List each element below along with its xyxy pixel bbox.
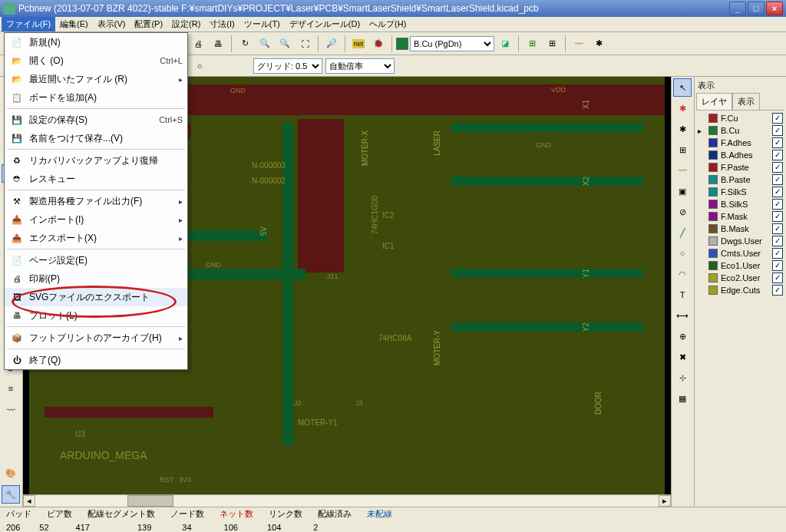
filemenu-item-2[interactable]: 📂最近開いたファイル (R)▸	[5, 70, 187, 88]
layer-visible-checkbox[interactable]	[772, 223, 783, 234]
arrow-icon[interactable]: ↖	[673, 78, 692, 97]
layer-visible-checkbox[interactable]	[772, 199, 783, 210]
layer-row-F.Mask[interactable]: F.Mask	[696, 210, 784, 223]
menu-tools[interactable]: ツール(T)	[239, 17, 285, 31]
layer-color-swatch[interactable]	[708, 236, 718, 246]
layer-color-swatch[interactable]	[708, 114, 718, 123]
layer-visible-checkbox[interactable]	[772, 285, 783, 296]
layer-visible-checkbox[interactable]	[772, 260, 783, 271]
find-icon[interactable]: 🔎	[322, 35, 341, 53]
minimize-button[interactable]: _	[729, 2, 746, 15]
add-module-icon[interactable]: ⊞	[673, 140, 692, 159]
layer-manager-icon[interactable]: 🔧	[2, 485, 20, 504]
scroll-track[interactable]	[35, 495, 659, 507]
mw-toolbar-icon[interactable]: 〰	[2, 401, 20, 419]
layer-row-F.Paste[interactable]: F.Paste	[696, 161, 784, 173]
layer-visible-checkbox[interactable]	[772, 150, 783, 160]
layer-color-swatch[interactable]	[708, 126, 718, 135]
layer-color-swatch[interactable]	[708, 249, 718, 258]
layer-row-B.Cu[interactable]: ▸B.Cu	[696, 124, 784, 137]
filemenu-item-16[interactable]: 🖨印刷(P)	[5, 269, 187, 288]
layer-color-box[interactable]	[396, 38, 408, 50]
add-zone-icon[interactable]: ▣	[673, 182, 692, 200]
layer-row-Dwgs.User[interactable]: Dwgs.User	[696, 235, 784, 247]
layer-color-swatch[interactable]	[708, 200, 718, 209]
layer-visible-checkbox[interactable]	[772, 174, 783, 185]
scroll-left-button[interactable]: ◂	[23, 495, 35, 507]
tab-layer[interactable]: レイヤ	[696, 93, 732, 110]
menu-dimension[interactable]: 寸法(I)	[205, 17, 239, 31]
filemenu-item-22[interactable]: ⏻終了(Q)	[5, 351, 187, 369]
freeroute-icon[interactable]: 〰	[570, 35, 588, 53]
menu-designrule[interactable]: デザインルール(D)	[285, 17, 365, 31]
menu-help[interactable]: ヘルプ(H)	[365, 17, 411, 31]
layer-row-Eco2.User[interactable]: Eco2.User	[696, 272, 784, 284]
layer-pair-icon[interactable]: ◪	[496, 35, 514, 53]
filemenu-item-3[interactable]: 📋ボードを追加(A)	[5, 88, 187, 107]
netlist-icon[interactable]: net	[349, 35, 368, 53]
menu-edit[interactable]: 編集(E)	[55, 17, 93, 31]
layer-color-swatch[interactable]	[708, 187, 718, 197]
layer-visible-checkbox[interactable]	[772, 137, 783, 148]
zoom-out-icon[interactable]: 🔍	[276, 35, 294, 53]
filemenu-item-18[interactable]: 🖶プロット(L)	[5, 306, 187, 325]
scroll-right-button[interactable]: ▸	[659, 495, 671, 507]
layer-select[interactable]: B.Cu (PgDn)	[410, 36, 494, 51]
delete-icon[interactable]: ✖	[673, 348, 692, 366]
offset-icon[interactable]: ⊹	[673, 368, 692, 387]
script-icon[interactable]: ✱	[590, 35, 608, 53]
menu-view[interactable]: 表示(V)	[93, 17, 130, 31]
layer-color-swatch[interactable]	[708, 261, 718, 270]
add-target-icon[interactable]: ⊕	[673, 327, 692, 345]
menu-place[interactable]: 配置(P)	[130, 17, 167, 31]
layer-visible-checkbox[interactable]	[772, 125, 783, 136]
layer-row-F.SilkS[interactable]: F.SilkS	[696, 186, 784, 198]
layer-color-swatch[interactable]	[708, 212, 718, 221]
filemenu-item-20[interactable]: 📦フットプリントのアーカイブ(H)▸	[5, 329, 187, 347]
layer-visible-checkbox[interactable]	[772, 162, 783, 173]
add-arc-icon[interactable]: ◠	[673, 265, 692, 283]
highlight-net-icon[interactable]: ✱	[673, 99, 692, 117]
filemenu-item-6[interactable]: 💾名前をつけて保存...(V)	[5, 129, 187, 147]
hscrollbar[interactable]: ◂ ▸	[23, 494, 671, 507]
layer-row-Edge.Cuts[interactable]: Edge.Cuts	[696, 284, 784, 296]
menu-settings[interactable]: 設定(R)	[167, 17, 205, 31]
zoom-redraw-icon[interactable]: ↻	[236, 35, 254, 53]
menu-file[interactable]: ファイル(F)	[2, 17, 55, 31]
show-layers-icon[interactable]: ≡	[2, 379, 20, 398]
add-line-icon[interactable]: ╱	[673, 223, 692, 242]
layer-row-F.Cu[interactable]: F.Cu	[696, 112, 784, 124]
filemenu-item-9[interactable]: ⛑レスキュー	[5, 170, 187, 188]
tab-render[interactable]: 表示	[732, 93, 760, 110]
layer-visible-checkbox[interactable]	[772, 273, 783, 283]
filemenu-item-15[interactable]: 📄ページ設定(E)	[5, 251, 187, 269]
filemenu-item-17[interactable]: 🖼SVGファイルのエクスポート	[5, 288, 187, 306]
layer-visible-checkbox[interactable]	[772, 187, 783, 197]
layer-visible-checkbox[interactable]	[772, 248, 783, 259]
maximize-button[interactable]: □	[748, 2, 765, 15]
filemenu-item-5[interactable]: 💾設定の保存(S)Ctrl+S	[5, 111, 187, 129]
add-track-icon[interactable]: 〰	[673, 161, 692, 180]
grid-select[interactable]: グリッド: 0.5	[253, 58, 322, 74]
add-keepout-icon[interactable]: ⊘	[673, 203, 692, 221]
via-size-icon[interactable]: ○	[190, 57, 209, 75]
filemenu-item-1[interactable]: 📂開く (O)Ctrl+L	[5, 51, 187, 70]
layer-color-swatch[interactable]	[708, 175, 718, 184]
layer-row-Cmts.User[interactable]: Cmts.User	[696, 247, 784, 259]
layer-visible-checkbox[interactable]	[772, 236, 783, 246]
layer-row-B.SilkS[interactable]: B.SilkS	[696, 198, 784, 210]
zoom-in-icon[interactable]: 🔍	[256, 35, 274, 53]
add-circle-icon[interactable]: ○	[673, 244, 692, 263]
grid-origin-icon[interactable]: ▦	[673, 389, 692, 408]
filemenu-item-8[interactable]: ♻リカバリバックアップより復帰	[5, 151, 187, 170]
layer-row-B.Paste[interactable]: B.Paste	[696, 173, 784, 186]
layer-visible-checkbox[interactable]	[772, 113, 783, 124]
filemenu-item-0[interactable]: 📄新規(N)	[5, 33, 187, 51]
print-icon[interactable]: 🖨	[189, 35, 207, 53]
module-editor-icon[interactable]: ⊞	[523, 35, 541, 53]
drc-icon[interactable]: 🐞	[369, 35, 388, 53]
layer-color-swatch[interactable]	[708, 150, 718, 160]
layer-color-swatch[interactable]	[708, 224, 718, 233]
filemenu-item-12[interactable]: 📥インポート(I)▸	[5, 210, 187, 229]
layer-visible-checkbox[interactable]	[772, 211, 783, 222]
